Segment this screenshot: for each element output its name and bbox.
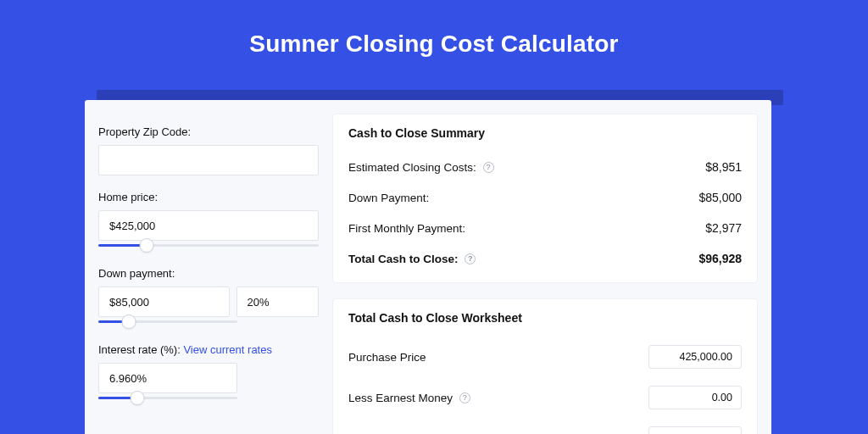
summary-label: Down Payment: xyxy=(348,192,429,204)
down-payment-percent-input[interactable] xyxy=(236,287,319,317)
worksheet-input-mortgage-amount[interactable] xyxy=(648,426,742,434)
summary-heading: Cash to Close Summary xyxy=(348,126,742,140)
zip-label: Property Zip Code: xyxy=(98,125,319,138)
worksheet-row-earnest-money: Less Earnest Money ? xyxy=(348,377,742,418)
zip-input[interactable] xyxy=(98,145,319,175)
zip-field-group: Property Zip Code: xyxy=(98,125,319,175)
home-price-field-group: Home price: xyxy=(98,191,319,252)
page-title: Sumner Closing Cost Calculator xyxy=(0,0,868,78)
worksheet-label-text: Less Earnest Money xyxy=(348,392,453,404)
results-column: Cash to Close Summary Estimated Closing … xyxy=(332,114,758,434)
summary-card: Cash to Close Summary Estimated Closing … xyxy=(332,114,758,283)
view-current-rates-link[interactable]: View current rates xyxy=(183,343,272,356)
down-payment-slider[interactable] xyxy=(98,316,237,328)
down-payment-label: Down payment: xyxy=(98,267,319,280)
worksheet-heading: Total Cash to Close Worksheet xyxy=(348,311,742,325)
interest-rate-field-group: Interest rate (%): View current rates xyxy=(98,343,319,404)
slider-thumb[interactable] xyxy=(122,314,136,329)
interest-rate-slider[interactable] xyxy=(98,392,237,404)
summary-value: $8,951 xyxy=(705,160,742,174)
summary-label-text: Estimated Closing Costs: xyxy=(348,161,476,174)
slider-thumb[interactable] xyxy=(130,391,144,405)
summary-label: First Monthly Payment: xyxy=(348,222,465,235)
worksheet-row-purchase-price: Purchase Price xyxy=(348,337,742,377)
summary-row-first-monthly: First Monthly Payment: $2,977 xyxy=(348,213,742,243)
home-price-label: Home price: xyxy=(98,191,319,203)
worksheet-label: Less Earnest Money ? xyxy=(348,392,470,404)
down-payment-amount-input[interactable] xyxy=(98,287,230,317)
summary-label-text: Total Cash to Close: xyxy=(348,253,459,265)
help-icon[interactable]: ? xyxy=(459,392,470,403)
worksheet-card: Total Cash to Close Worksheet Purchase P… xyxy=(332,298,758,434)
interest-rate-label: Interest rate (%): View current rates xyxy=(98,343,319,356)
calculator-panel: Property Zip Code: Home price: Down paym… xyxy=(85,100,771,434)
slider-thumb[interactable] xyxy=(140,238,154,253)
interest-rate-input[interactable] xyxy=(98,363,237,393)
help-icon[interactable]: ? xyxy=(483,162,494,173)
worksheet-input-earnest-money[interactable] xyxy=(648,386,742,409)
inputs-sidebar: Property Zip Code: Home price: Down paym… xyxy=(98,114,319,434)
summary-value: $2,977 xyxy=(705,221,742,235)
worksheet-input-purchase-price[interactable] xyxy=(648,345,742,369)
down-payment-field-group: Down payment: xyxy=(98,267,319,328)
summary-value: $85,000 xyxy=(698,191,742,204)
summary-value: $96,928 xyxy=(698,252,742,265)
worksheet-row-mortgage-amount: Total Mortgage Loan Amount xyxy=(348,418,742,434)
summary-row-closing-costs: Estimated Closing Costs: ? $8,951 xyxy=(348,152,742,182)
summary-row-total-cash: Total Cash to Close: ? $96,928 xyxy=(348,243,742,274)
summary-row-down-payment: Down Payment: $85,000 xyxy=(348,182,742,213)
summary-label: Estimated Closing Costs: ? xyxy=(348,161,494,174)
worksheet-label: Purchase Price xyxy=(348,351,426,364)
interest-rate-label-text: Interest rate (%): xyxy=(98,343,183,356)
summary-label: Total Cash to Close: ? xyxy=(348,253,476,265)
home-price-input[interactable] xyxy=(98,210,319,241)
help-icon[interactable]: ? xyxy=(465,253,476,264)
home-price-slider[interactable] xyxy=(98,240,319,252)
